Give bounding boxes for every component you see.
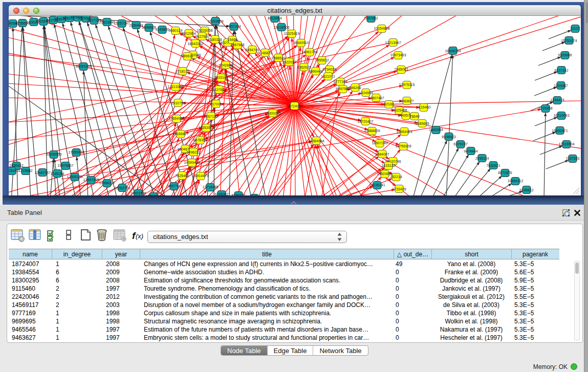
svg-text:18724007: 18724007 [287, 104, 302, 108]
svg-text:1010755: 1010755 [171, 101, 185, 105]
svg-text:8678354: 8678354 [193, 138, 207, 142]
svg-text:1089695: 1089695 [415, 122, 429, 125]
svg-text:10973493: 10973493 [390, 53, 406, 57]
svg-text:19218506: 19218506 [273, 26, 289, 29]
svg-text:7485063: 7485063 [394, 68, 408, 71]
svg-text:19166827: 19166827 [172, 132, 188, 136]
svg-text:12213369: 12213369 [167, 85, 183, 89]
svg-text:2718176: 2718176 [176, 70, 189, 73]
svg-text:1733426: 1733426 [392, 187, 406, 191]
svg-text:11923468: 11923468 [130, 191, 146, 195]
svg-text:16782759: 16782759 [114, 186, 130, 190]
svg-text:16961758: 16961758 [301, 50, 317, 54]
svg-text:19654985: 19654985 [168, 117, 184, 120]
svg-text:8912954: 8912954 [182, 32, 195, 35]
svg-text:2066449: 2066449 [129, 24, 143, 27]
svg-text:78640: 78640 [409, 115, 420, 118]
svg-text:9084007: 9084007 [375, 152, 389, 156]
svg-text:9227342: 9227342 [554, 69, 568, 72]
svg-text:10807487: 10807487 [368, 96, 384, 100]
svg-text:9242848: 9242848 [219, 63, 232, 67]
svg-text:1167533: 1167533 [566, 157, 580, 160]
svg-text:2935114: 2935114 [475, 157, 489, 160]
svg-text:989611: 989611 [182, 54, 193, 58]
svg-text:7357224: 7357224 [227, 25, 241, 28]
svg-text:16033809: 16033809 [207, 19, 223, 23]
svg-text:10654112: 10654112 [508, 179, 524, 183]
svg-text:15692971: 15692971 [552, 129, 568, 133]
svg-text:1621072: 1621072 [321, 75, 335, 78]
svg-text:15157347: 15157347 [114, 21, 129, 25]
svg-text:9245812: 9245812 [519, 188, 533, 192]
svg-text:9657791: 9657791 [167, 184, 181, 188]
svg-text:17956909: 17956909 [145, 194, 161, 195]
svg-text:12213967: 12213967 [385, 41, 401, 45]
svg-text:16543362: 16543362 [187, 42, 203, 46]
svg-text:6794028: 6794028 [322, 68, 336, 71]
svg-text:14099489: 14099489 [184, 161, 200, 164]
svg-text:8938923: 8938923 [442, 135, 455, 139]
svg-text:1215682: 1215682 [18, 169, 32, 172]
svg-text:2803144: 2803144 [214, 76, 228, 79]
svg-text:8813054: 8813054 [268, 16, 281, 20]
svg-text:16640910: 16640910 [293, 41, 309, 45]
svg-text:2367608: 2367608 [230, 43, 244, 47]
svg-text:6379197: 6379197 [453, 142, 467, 146]
svg-text:1244415: 1244415 [550, 98, 564, 102]
svg-text:3915413: 3915413 [9, 169, 19, 172]
svg-text:19384554: 19384554 [308, 139, 324, 143]
svg-text:10958107: 10958107 [99, 181, 115, 185]
svg-text:7625402: 7625402 [175, 174, 189, 178]
svg-text:746266: 746266 [349, 86, 361, 90]
svg-text:17359928: 17359928 [68, 150, 84, 154]
svg-text:3498222: 3498222 [186, 150, 200, 154]
svg-text:16210643: 16210643 [553, 114, 569, 117]
svg-text:8471676: 8471676 [498, 171, 512, 174]
svg-text:1024554: 1024554 [359, 91, 373, 95]
svg-text:9115460: 9115460 [417, 105, 431, 109]
svg-text:10688609: 10688609 [364, 129, 380, 133]
svg-text:1588520: 1588520 [271, 56, 285, 60]
svg-text:7955812: 7955812 [315, 58, 329, 62]
svg-text:8267130: 8267130 [204, 115, 217, 118]
svg-text:14136141: 14136141 [369, 183, 385, 187]
svg-text:19975867: 19975867 [57, 164, 73, 167]
svg-text:16914479: 16914479 [192, 174, 208, 178]
svg-text:19654923: 19654923 [396, 130, 412, 134]
svg-text:1209387: 1209387 [554, 84, 568, 87]
svg-text:9474444: 9474444 [464, 149, 477, 153]
svg-text:15751074: 15751074 [561, 39, 577, 42]
svg-text:6497568: 6497568 [336, 87, 350, 91]
svg-text:13716485: 13716485 [202, 185, 218, 189]
svg-text:(x): (x) [136, 232, 143, 240]
svg-text:20813640: 20813640 [99, 20, 115, 24]
svg-text:11325419: 11325419 [284, 32, 300, 35]
svg-text:17957255: 17957255 [83, 178, 99, 182]
svg-text:16648784: 16648784 [445, 49, 461, 53]
svg-text:3822037: 3822037 [282, 60, 296, 64]
svg-text:1640954: 1640954 [429, 128, 443, 132]
svg-text:252214: 252214 [390, 175, 402, 179]
svg-text:1362615: 1362615 [297, 65, 311, 69]
svg-text:917006: 917006 [210, 102, 222, 106]
svg-text:10154808: 10154808 [374, 27, 389, 30]
svg-text:9527500: 9527500 [195, 35, 209, 38]
svg-text:62160: 62160 [384, 102, 394, 106]
svg-text:4143890: 4143890 [155, 28, 169, 31]
svg-text:9146821: 9146821 [258, 51, 272, 55]
svg-text:8427552: 8427552 [212, 88, 226, 92]
svg-text:19756928: 19756928 [395, 144, 411, 148]
svg-text:15226058: 15226058 [197, 29, 212, 32]
svg-text:9329966: 9329966 [558, 53, 572, 57]
svg-text:8454749: 8454749 [245, 48, 259, 52]
svg-text:17016504: 17016504 [558, 142, 574, 146]
svg-text:12505135: 12505135 [67, 175, 82, 179]
svg-text:1615132: 1615132 [381, 164, 395, 167]
svg-text:28053346: 28053346 [75, 64, 91, 68]
svg-text:8336273: 8336273 [231, 193, 245, 195]
svg-text:3215958: 3215958 [538, 106, 552, 110]
svg-text:18300295: 18300295 [265, 112, 280, 115]
svg-text:12975115: 12975115 [399, 83, 415, 86]
svg-text:1145194: 1145194 [51, 172, 64, 176]
svg-text:12353594: 12353594 [198, 126, 214, 129]
